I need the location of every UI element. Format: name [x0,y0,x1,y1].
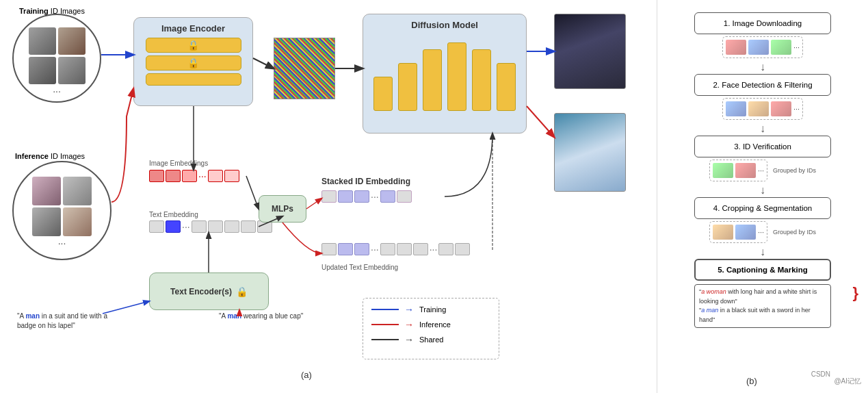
arrow-2-3: ↓ [760,123,765,134]
legend-training-label: Training [419,305,446,314]
s-embed-1 [321,190,337,203]
legend-shared: → Shared [371,334,490,345]
arrow-4-5: ↓ [760,246,765,257]
step-3-box: 3. ID Verification [694,136,831,157]
face-img-3 [29,57,56,84]
step-1-label: 1. Image Downloading [724,19,802,27]
step-1-box: 1. Image Downloading [694,12,831,34]
training-label: Training ID Images [19,7,85,15]
embed-dots: ··· [198,170,207,181]
t-embed-blue [166,220,181,233]
noise-box [274,38,335,99]
encoder-bar-3 [146,73,241,86]
step1-dashed-group: ··· [722,36,803,58]
embed-cell-5 [224,170,239,182]
inf-face-4 [63,207,92,236]
caption-right: "A man wearing a blue cap" [219,312,308,321]
embed-cell-4 [208,170,223,182]
inference-dots: ··· [58,238,66,249]
inference-label: Inference ID Images [15,152,85,160]
step-2-label: 2. Face Detection & Filtering [713,81,812,89]
u-embed-6 [413,243,428,255]
step2-dots: ··· [793,105,800,113]
u-embed-2 [338,243,353,255]
mlps-box: MLPs [259,195,306,223]
face-img-2 [58,27,86,55]
text-encoder-lock: 🔒 [236,286,248,297]
inf-face-1 [32,177,61,205]
step-4-label: 4. Cropping & Segmentation [713,204,812,212]
right-panel: 1. Image Downloading ··· ↓ 2. Face Detec… [657,0,868,393]
diffusion-bars [373,36,516,111]
step-5-label: 5. Captioning & Marking [718,266,808,274]
grouped-label-2: Grouped by IDs [773,229,816,236]
csdn-label: CSDN [811,370,830,378]
legend-red-line [371,324,399,325]
legend-box: → Training → Inference → Shared [363,298,499,359]
label-b: (b) [746,376,757,386]
text-embed-row: ··· [149,220,272,233]
image-encoder-title: Image Encoder [161,23,225,34]
legend-training: → Training [371,304,490,315]
t-embed-3 [208,220,223,233]
training-dots: ··· [53,86,61,97]
image-embeddings-label: Image Embeddings [149,160,208,167]
label-a: (a) [301,370,312,380]
s-embed-3 [354,190,369,203]
legend-arrow-black: → [404,334,414,345]
thumb-1-1 [726,40,746,55]
diffusion-title: Diffusion Model [411,20,478,30]
mlps-label: MLPs [272,204,293,214]
step2-dashed-group: ··· [722,98,803,120]
text-encoder-title: Text Encoder(s) [170,287,232,296]
diff-bar-2 [398,63,417,111]
encoder-bar-1: 🔒 [146,38,241,53]
u-embed-5 [397,243,412,255]
embed-cell-1 [149,170,164,182]
diff-bar-3 [423,49,442,111]
text-encoder-box: Text Encoder(s) 🔒 [149,272,269,310]
inf-face-2 [63,177,92,205]
legend-inference: → Inference [371,319,490,330]
thumb-1-3 [771,40,791,55]
thumb-3-2 [735,163,756,178]
s-embed-4 [380,190,395,203]
step5-brace: } [852,284,858,302]
diff-bar-4 [447,42,466,111]
caption-man-b: a man [701,307,718,314]
u-embed-7 [438,243,453,255]
stacked-id-label: Stacked ID Embedding [321,177,410,186]
t-embed-2 [192,220,207,233]
step-2-box: 2. Face Detection & Filtering [694,74,831,96]
diffusion-box: Diffusion Model [363,14,527,134]
u-embed-1 [321,243,337,255]
updated-embed-row: ··· ··· [321,243,470,255]
u-embed-dots: ··· [371,244,379,255]
face-img-1 [29,27,56,55]
thumb-4-1 [713,225,733,240]
text-embed-label: Text Embedding [149,211,198,218]
thumb-4-2 [735,225,756,240]
arrow-3-4: ↓ [760,185,765,196]
thumb-2-1 [726,101,746,116]
t-embed-dots: ··· [182,221,190,232]
step2-thumbs-row: ··· [722,98,803,120]
caption-woman: a woman [701,288,726,295]
legend-arrow-red: → [404,319,414,330]
diff-bar-5 [472,49,491,111]
caption-output-box: "a woman with long hair and a white shir… [694,284,831,328]
inf-face-3 [32,207,61,236]
arrow-1-2: ↓ [760,62,765,73]
thumb-1-2 [748,40,769,55]
legend-blue-line [371,309,399,310]
embed-cell-3 [182,170,197,182]
legend-inference-label: Inference [419,320,451,329]
u-embed-3 [354,243,369,255]
u-embed-4 [380,243,395,255]
face-img-4 [58,57,86,84]
stacked-embed-row: ··· [321,190,412,203]
image-encoder-box: Image Encoder 🔒 🔒 [133,17,253,106]
at-label: @AI记忆 [834,377,861,386]
step1-dots: ··· [793,43,800,51]
inference-ellipse: ··· [12,161,111,260]
